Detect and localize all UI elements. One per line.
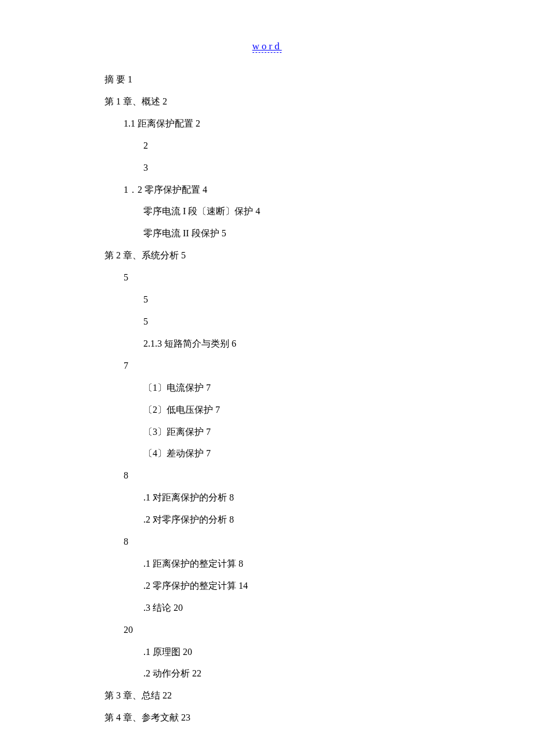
toc-entry: 1．2 零序保护配置 4 xyxy=(104,179,453,201)
toc-entry: 8 xyxy=(104,531,453,553)
toc-entry: .1 距离保护的整定计算 8 xyxy=(104,553,453,575)
toc-entry: 零序电流 I 段〔速断〕保护 4 xyxy=(104,200,453,222)
toc-entry: .3 结论 20 xyxy=(104,597,453,619)
toc-entry: 7 xyxy=(104,355,453,377)
toc-entry: .1 对距离保护的分析 8 xyxy=(104,487,453,509)
toc-entry: .1 原理图 20 xyxy=(104,641,453,663)
toc-entry: 零序电流 II 段保护 5 xyxy=(104,222,453,244)
toc-entry: 20 xyxy=(104,619,453,641)
toc-entry: 第 3 章、总结 22 xyxy=(104,685,453,707)
toc-entry: 〔1〕电流保护 7 xyxy=(104,377,453,399)
toc-entry: 8 xyxy=(104,465,453,487)
toc-entry: .2 零序保护的整定计算 14 xyxy=(104,575,453,597)
table-of-contents: 摘 要 1 第 1 章、概述 2 1.1 距离保护配置 2 2 3 1．2 零序… xyxy=(104,69,453,729)
toc-entry: 第 1 章、概述 2 xyxy=(104,91,453,113)
toc-entry: .2 对零序保护的分析 8 xyxy=(104,509,453,531)
toc-entry: 2 xyxy=(104,135,453,157)
toc-entry: 〔4〕差动保护 7 xyxy=(104,442,453,465)
toc-entry: 摘 要 1 xyxy=(104,69,453,91)
toc-entry: 〔2〕低电压保护 7 xyxy=(104,399,453,421)
toc-entry: 5 xyxy=(104,267,453,289)
toc-entry: 3 xyxy=(104,157,453,179)
toc-entry: 5 xyxy=(104,311,453,333)
word-link[interactable]: word xyxy=(252,41,282,53)
toc-entry: 2.1.3 短路简介与类别 6 xyxy=(104,333,453,355)
toc-entry: 〔3〕距离保护 7 xyxy=(104,421,453,443)
toc-entry: 5 xyxy=(104,289,453,311)
header-link-container: word xyxy=(0,41,534,52)
toc-entry: 第 4 章、参考文献 23 xyxy=(104,707,453,729)
toc-entry: 第 2 章、系统分析 5 xyxy=(104,244,453,267)
toc-entry: .2 动作分析 22 xyxy=(104,663,453,685)
toc-entry: 1.1 距离保护配置 2 xyxy=(104,113,453,135)
